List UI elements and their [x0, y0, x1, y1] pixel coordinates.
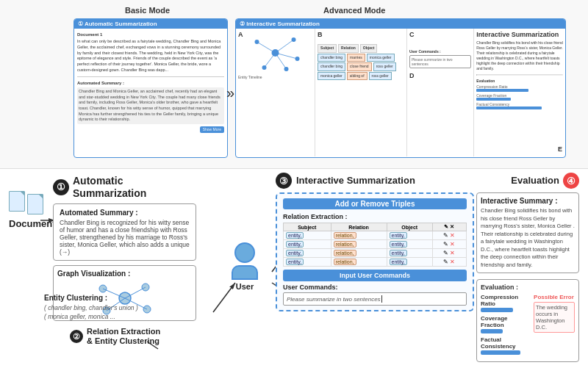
step2-circle: ②: [70, 330, 83, 343]
adv-panel-a: A: [236, 29, 315, 156]
relation-extraction-title: Relation Extraction :: [283, 213, 467, 220]
entity-subject: entity,: [284, 249, 331, 258]
auto-sum-box-title: Automated Summary :: [60, 209, 190, 217]
doc-label: Document 1: [77, 32, 224, 37]
doc-page-1: [9, 191, 25, 212]
advanced-mode-label: Advanced Mode: [323, 6, 385, 15]
edit-icon[interactable]: ✎: [443, 232, 448, 239]
step4-label: Evaluation: [511, 175, 559, 187]
entity-object: entity,: [387, 249, 432, 258]
relation-cell: relation,: [331, 249, 387, 258]
entity-object: entity,: [387, 258, 432, 267]
adv-box-title: ② Interactive Summarization: [236, 19, 565, 29]
compression-ratio-row: Compression Ratio: [481, 294, 530, 312]
interactive-block: ③ Interactive Summarization Add or Remov…: [276, 173, 474, 311]
delete-icon[interactable]: ✕: [450, 250, 455, 256]
col-object: Object: [387, 223, 432, 231]
entity-subject: entity,: [284, 240, 331, 249]
adv-user-cmds: User Commands : Please summarize in two …: [409, 49, 471, 68]
delete-icon[interactable]: ✕: [450, 232, 455, 239]
adv-table-area: Subject Relation Object chandler bing ma…: [318, 44, 404, 80]
mini-graph: [238, 31, 312, 75]
coverage-fraction-row: Coverage Fraction: [481, 315, 530, 333]
user-cmd-input[interactable]: Please summarize in two sentences: [283, 292, 467, 306]
compression-bar: [481, 308, 513, 312]
row-actions[interactable]: ✎✕: [432, 240, 466, 249]
col-subject: Subject: [284, 223, 331, 231]
eval-content: Compression Ratio Coverage Fraction Fact…: [481, 294, 575, 358]
entity-object: entity,: [387, 231, 432, 240]
adv-panel-e: Interactive Summarization Chandler Bing …: [474, 29, 565, 156]
entity-text-2: ( monica geller, monica ...: [44, 313, 206, 320]
delete-icon[interactable]: ✕: [450, 259, 455, 265]
possible-error-block: Possible Error The wedding occurs in Was…: [534, 294, 575, 333]
adv-panel-b: B Subject Relation Object chandler bing …: [315, 29, 407, 156]
graph-svg: [238, 31, 312, 75]
advanced-mode-box: ② Interactive Summarization A: [235, 18, 566, 158]
row-actions[interactable]: ✎✕: [432, 249, 466, 258]
step2-label: Relation Extraction& Entity Clustering: [87, 327, 160, 346]
svg-line-9: [265, 53, 276, 68]
relation-cell: relation,: [331, 231, 387, 240]
auto-sum-result: Chandler Bing and Monica Geller, an accl…: [77, 87, 224, 124]
eval-title: Evaluation :: [481, 284, 575, 291]
doc-text-content: In what can only be described as a fairy…: [77, 39, 224, 73]
auto-sum-box-text: Chandler Bing is recognized for his witt…: [60, 219, 190, 256]
col-relation: Relation: [331, 223, 387, 231]
step1-title: ① AutomaticSummarization: [53, 175, 196, 200]
adv-eval-label: Evaluation: [476, 79, 563, 83]
show-more-btn[interactable]: Show More: [200, 126, 224, 133]
basic-mode-box: ① Automatic Summarization Document 1 In …: [74, 18, 228, 158]
svg-line-6: [257, 42, 276, 53]
possible-error-text: The wedding occurs in Washington D.C.: [534, 302, 575, 333]
adv-eval-content: Compression Ratio Coverage Fraction Fact…: [476, 84, 563, 109]
graph-viz-title: Graph Visualization :: [57, 270, 192, 278]
edit-icon[interactable]: ✎: [443, 250, 448, 256]
entity-object: entity,: [387, 240, 432, 249]
edit-icon[interactable]: ✎: [443, 241, 448, 248]
coverage-fraction-label: Coverage Fraction: [481, 315, 530, 328]
possible-error-label: Possible Error: [534, 294, 575, 300]
adv-inner: A: [236, 29, 565, 156]
user-cmd-placeholder-text: Please summarize in two sentences: [287, 296, 381, 303]
automated-summary-box: Automated Summary : Chandler Bing is rec…: [53, 203, 196, 261]
step3-header: ③ Interactive Summarization: [276, 173, 474, 189]
corner-c: C: [409, 31, 415, 38]
add-remove-btn[interactable]: Add or Remove Triples: [283, 198, 467, 209]
bottom-section: Documents ① AutomaticSummarization Autom…: [0, 169, 588, 368]
entity-cluster-title: Entity Clustering :: [44, 294, 206, 302]
step1-label: AutomaticSummarization: [73, 175, 146, 200]
entity-subject: entity,: [284, 231, 331, 240]
factual-consistency-label: Factual Consistency: [481, 336, 530, 350]
edit-icon[interactable]: ✎: [443, 259, 448, 265]
compression-ratio-label: Compression Ratio: [481, 294, 530, 307]
user-label: User: [236, 282, 254, 291]
relation-table: Subject Relation Object ✎ ✕ entity,relat…: [283, 223, 467, 267]
entity-subject: entity,: [284, 258, 331, 267]
svg-line-7: [276, 40, 294, 53]
basic-to-advanced-arrow: »: [226, 84, 234, 101]
relation-cell: relation,: [331, 258, 387, 267]
eval-bars: Compression Ratio Coverage Fraction Fact…: [481, 294, 530, 358]
adv-entity-timeline: Entity Timeline: [238, 75, 312, 79]
row-actions[interactable]: ✎✕: [432, 231, 466, 240]
cursor: [381, 295, 382, 303]
row-actions[interactable]: ✎✕: [432, 258, 466, 267]
input-user-commands-btn[interactable]: Input User Commands: [283, 270, 467, 281]
interactive-summary-box: Interactive Summary : Chandler Bing soli…: [476, 192, 579, 273]
delete-icon[interactable]: ✕: [450, 241, 455, 248]
adv-panel-cd: C User Commands : Please summarize in tw…: [407, 29, 474, 156]
dashed-box: Add or Remove Triples Relation Extractio…: [276, 192, 474, 311]
relation-cell: relation,: [331, 240, 387, 249]
eval-block: Evaluation ④ Interactive Summary : Chand…: [476, 173, 579, 362]
corner-e: E: [558, 145, 562, 153]
auto-sum-label: Automated Summary :: [77, 80, 224, 86]
step3-label: Interactive Summarization: [296, 175, 415, 187]
adv-user-cmd-label: User Commands :: [409, 49, 471, 54]
corner-d: D: [409, 72, 471, 79]
adv-user-cmd-input: Please summarize in two sentences: [409, 55, 471, 68]
adv-interactive-text: Chandler Bing solidifies his bond with h…: [476, 40, 563, 71]
entity-text-1: ( chandler bing, chandler's union ): [44, 304, 206, 311]
step3-circle: ③: [276, 173, 292, 189]
top-section: Basic Mode Advanced Mode ① Automatic Sum…: [0, 0, 588, 169]
